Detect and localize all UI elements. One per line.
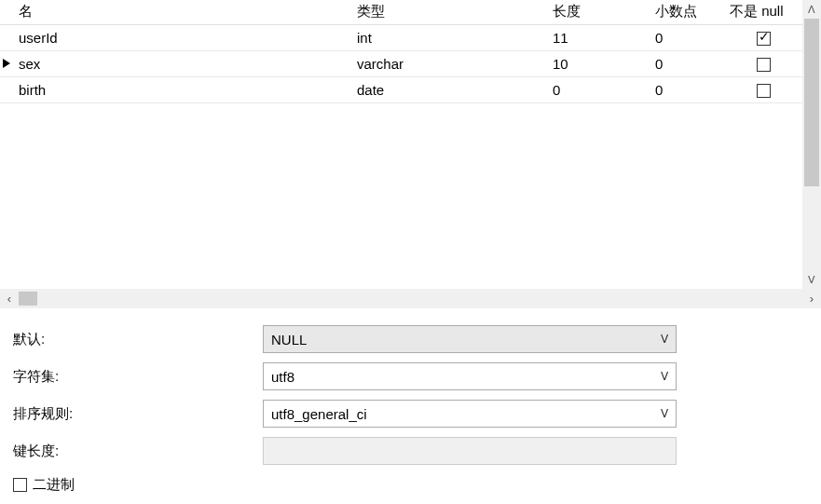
binary-label: 二进制 [33, 476, 75, 494]
notnull-checkbox[interactable] [757, 58, 771, 72]
field-grid-container: 名 类型 长度 小数点 不是 null userIdint110sexvarch… [0, 0, 802, 289]
prop-row-binary: 二进制 [11, 474, 810, 494]
keylen-input[interactable] [263, 437, 677, 465]
notnull-checkbox[interactable] [757, 32, 771, 46]
field-name-cell[interactable]: sex [13, 50, 351, 76]
charset-label: 字符集: [11, 368, 263, 386]
chevron-down-icon: ᐯ [655, 370, 668, 383]
horizontal-scroll-thumb[interactable] [19, 292, 37, 306]
charset-select[interactable]: utf8 ᐯ [263, 362, 677, 390]
field-type-cell[interactable]: date [351, 76, 547, 102]
field-notnull-cell[interactable] [724, 50, 802, 76]
field-decimal-cell[interactable]: 0 [650, 24, 724, 50]
prop-row-charset: 字符集: utf8 ᐯ [11, 362, 810, 390]
field-type-cell[interactable]: varchar [351, 50, 547, 76]
field-name-cell[interactable]: userId [13, 24, 351, 50]
notnull-checkbox[interactable] [757, 84, 771, 98]
vertical-scroll-thumb[interactable] [804, 19, 819, 186]
collation-value-text: utf8_general_ci [271, 406, 655, 422]
default-value-select[interactable]: NULL ᐯ [263, 325, 677, 353]
scroll-down-icon[interactable]: ᐯ [802, 270, 821, 289]
field-table: 名 类型 长度 小数点 不是 null userIdint110sexvarch… [0, 0, 802, 103]
charset-value-text: utf8 [271, 369, 655, 385]
scroll-right-icon[interactable]: › [802, 289, 821, 308]
keylen-label: 键长度: [11, 443, 263, 460]
table-header-row: 名 类型 长度 小数点 不是 null [0, 0, 802, 24]
scroll-left-icon[interactable]: ‹ [0, 289, 19, 308]
chevron-down-icon: ᐯ [655, 407, 668, 420]
column-header-type[interactable]: 类型 [351, 0, 547, 24]
field-length-cell[interactable]: 11 [547, 24, 650, 50]
default-value-text: NULL [271, 332, 655, 347]
field-notnull-cell[interactable] [724, 24, 802, 50]
field-grid-area: 名 类型 长度 小数点 不是 null userIdint110sexvarch… [0, 0, 821, 289]
field-type-cell[interactable]: int [351, 24, 547, 50]
svg-marker-0 [3, 59, 10, 68]
prop-row-default: 默认: NULL ᐯ [11, 325, 810, 353]
row-marker [0, 24, 13, 50]
column-header-length[interactable]: 长度 [547, 0, 650, 24]
current-row-icon [3, 59, 10, 68]
vertical-scroll-track[interactable] [802, 19, 821, 270]
field-notnull-cell[interactable] [724, 76, 802, 102]
prop-row-keylen: 键长度: [11, 437, 810, 465]
horizontal-scroll-track[interactable] [19, 289, 802, 308]
field-name-cell[interactable]: birth [13, 76, 351, 102]
table-row[interactable]: userIdint110 [0, 24, 802, 50]
table-row[interactable]: sexvarchar100 [0, 50, 802, 76]
binary-checkbox[interactable] [13, 478, 27, 492]
vertical-scrollbar[interactable]: ᐱ ᐯ [802, 0, 821, 289]
row-marker-header [0, 0, 13, 24]
scroll-up-icon[interactable]: ᐱ [802, 0, 821, 19]
field-decimal-cell[interactable]: 0 [650, 76, 724, 102]
field-length-cell[interactable]: 0 [547, 76, 650, 102]
column-header-name[interactable]: 名 [13, 0, 351, 24]
row-marker [0, 50, 13, 76]
field-properties-panel: 默认: NULL ᐯ 字符集: utf8 ᐯ 排序规则: utf8_genera… [0, 308, 821, 503]
field-length-cell[interactable]: 10 [547, 50, 650, 76]
prop-row-collation: 排序规则: utf8_general_ci ᐯ [11, 400, 810, 428]
field-decimal-cell[interactable]: 0 [650, 50, 724, 76]
collation-select[interactable]: utf8_general_ci ᐯ [263, 400, 677, 428]
default-label: 默认: [11, 331, 263, 348]
horizontal-scrollbar[interactable]: ‹ › [0, 289, 821, 308]
column-header-decimal[interactable]: 小数点 [650, 0, 724, 24]
table-row[interactable]: birthdate00 [0, 76, 802, 102]
chevron-down-icon: ᐯ [655, 333, 668, 346]
collation-label: 排序规则: [11, 405, 263, 423]
row-marker [0, 76, 13, 102]
column-header-notnull[interactable]: 不是 null [724, 0, 802, 24]
